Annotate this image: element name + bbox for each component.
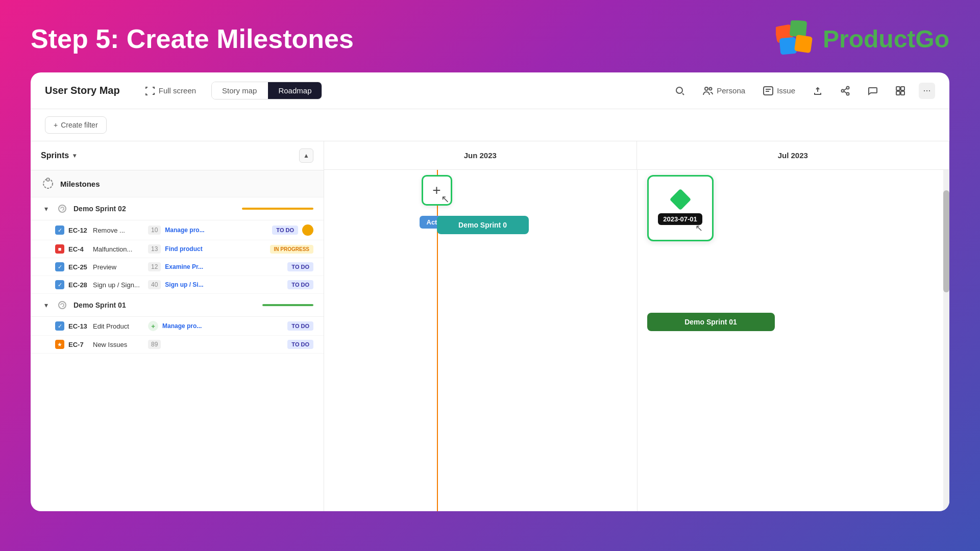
sprint-selector[interactable]: Sprints ▾	[41, 151, 76, 160]
sprint-name-02: Demo Sprint 02	[74, 205, 237, 213]
sprint-expand-02[interactable]: ▾	[41, 204, 51, 214]
sprint-header: Sprints ▾ ▲	[31, 141, 324, 170]
sprint-row-01: ▾ Demo Sprint 01	[31, 294, 324, 317]
milestone-node[interactable]: 2023-07-01 ↖	[647, 175, 714, 241]
issue-checkbox-ec7[interactable]: ★	[55, 340, 64, 349]
issue-checkbox-ec28[interactable]: ✓	[55, 280, 64, 289]
sprint-row-02: ▾ Demo Sprint 02	[31, 197, 324, 220]
logo-text: ProductGo	[823, 25, 949, 53]
svg-point-6	[709, 87, 712, 90]
sprint-bar-demo-sprint-0[interactable]: Demo Sprint 0	[437, 216, 529, 234]
toolbar: User Story Map Full screen Story map Roa…	[31, 72, 949, 109]
timeline-body: Active Demo Sprint 0 + ↖	[324, 170, 949, 511]
timeline-header: Jun 2023 Jul 2023	[324, 141, 949, 170]
status-badge-ec4: IN PROGRESS	[270, 245, 313, 254]
issue-row-ec12: ✓ EC-12 Remove ... 10 Manage pro... TO D…	[31, 220, 324, 240]
svg-rect-14	[901, 91, 904, 95]
svg-point-16	[46, 178, 50, 181]
issue-row-ec7: ★ EC-7 New Issues 89 TO DO	[31, 336, 324, 354]
milestones-row: Milestones	[31, 170, 324, 197]
milestone-diamond-icon	[669, 188, 691, 210]
page-title: Step 5: Create Milestones	[31, 23, 354, 54]
issue-row-ec28: ✓ EC-28 Sign up / Sign... 40 Sign up / S…	[31, 276, 324, 294]
collapse-button[interactable]: ▲	[299, 148, 313, 163]
timeline-line-mid	[637, 170, 638, 511]
sprint-icon-02	[56, 203, 68, 215]
sprint-section-02: ▾ Demo Sprint 02 ✓	[31, 197, 324, 294]
left-panel: Sprints ▾ ▲ Milestones	[31, 141, 324, 511]
sprint-bar-demo-sprint-01[interactable]: Demo Sprint 01	[647, 313, 775, 331]
svg-rect-12	[901, 87, 904, 90]
issue-checkbox-ec12[interactable]: ✓	[55, 226, 64, 235]
comment-button[interactable]	[864, 84, 882, 98]
svg-rect-2	[779, 37, 797, 55]
svg-rect-3	[794, 35, 813, 53]
issue-row-ec25: ✓ EC-25 Preview 12 Examine Pr... TO DO	[31, 258, 324, 276]
milestone-add-button[interactable]: + ↖	[422, 175, 452, 206]
create-filter-button[interactable]: + Create filter	[45, 116, 107, 134]
toolbar-icons: Persona Issue	[671, 83, 935, 99]
logo-icon	[776, 20, 817, 57]
status-badge-ec12: TO DO	[272, 226, 298, 235]
status-badge-ec13: TO DO	[287, 321, 313, 331]
sprint-name-01: Demo Sprint 01	[74, 301, 257, 309]
chevron-down-icon: ▾	[73, 152, 76, 159]
issue-checkbox-ec4[interactable]: ■	[55, 244, 64, 254]
persona-button[interactable]: Persona	[698, 84, 749, 98]
status-badge-ec28: TO DO	[287, 280, 313, 289]
timeline-scrollbar[interactable]	[943, 170, 949, 511]
issue-checkbox-ec13[interactable]: ✓	[55, 321, 64, 331]
content-area: Sprints ▾ ▲ Milestones	[31, 141, 949, 511]
svg-point-18	[59, 302, 66, 309]
fullscreen-button[interactable]: Full screen	[140, 83, 201, 98]
issue-row-ec13: ✓ EC-13 Edit Product + Manage pro... TO …	[31, 317, 324, 336]
svg-point-8	[847, 86, 849, 89]
sprint-section-01: ▾ Demo Sprint 01 ✓ EC-13	[31, 294, 324, 354]
svg-rect-11	[896, 87, 900, 90]
sprint-expand-01[interactable]: ▾	[41, 300, 51, 310]
sprint-progress-01	[262, 304, 313, 306]
sprint-progress-02	[242, 208, 313, 210]
search-button[interactable]	[671, 84, 689, 98]
sprint-icon-01	[56, 299, 68, 311]
svg-point-5	[705, 87, 708, 90]
main-card: User Story Map Full screen Story map Roa…	[31, 72, 949, 511]
svg-rect-1	[790, 20, 807, 37]
timeline-month-jun: Jun 2023	[324, 141, 637, 169]
timeline-panel: Jun 2023 Jul 2023 Active	[324, 141, 949, 511]
share-button[interactable]	[836, 84, 854, 98]
filter-bar: + Create filter	[31, 109, 949, 141]
status-badge-ec25: TO DO	[287, 262, 313, 271]
tab-roadmap[interactable]: Roadmap	[268, 82, 322, 99]
logo-area: ProductGo	[776, 20, 949, 57]
more-button[interactable]: ···	[919, 83, 935, 99]
upload-button[interactable]	[808, 84, 827, 98]
view-tabs: Story map Roadmap	[211, 82, 322, 99]
svg-point-10	[847, 92, 849, 95]
issue-row-ec4: ■ EC-4 Malfunction... 13 Find product IN…	[31, 240, 324, 258]
tab-story-map[interactable]: Story map	[212, 82, 267, 99]
milestone-row-icon	[41, 177, 55, 191]
status-badge-ec7: TO DO	[287, 340, 313, 349]
avatar-ec12	[302, 224, 313, 236]
issue-button[interactable]: Issue	[758, 84, 799, 98]
timeline-scrollbar-thumb[interactable]	[943, 190, 949, 292]
plus-badge-ec13: +	[148, 321, 158, 331]
svg-point-9	[842, 89, 844, 92]
svg-rect-13	[896, 91, 900, 95]
grid-button[interactable]	[891, 84, 910, 98]
timeline-month-jul: Jul 2023	[637, 141, 950, 169]
svg-point-4	[676, 87, 682, 93]
issue-checkbox-ec25[interactable]: ✓	[55, 262, 64, 271]
svg-point-17	[59, 205, 66, 212]
page-header: Step 5: Create Milestones ProductGo	[0, 0, 980, 72]
app-title: User Story Map	[45, 85, 120, 96]
